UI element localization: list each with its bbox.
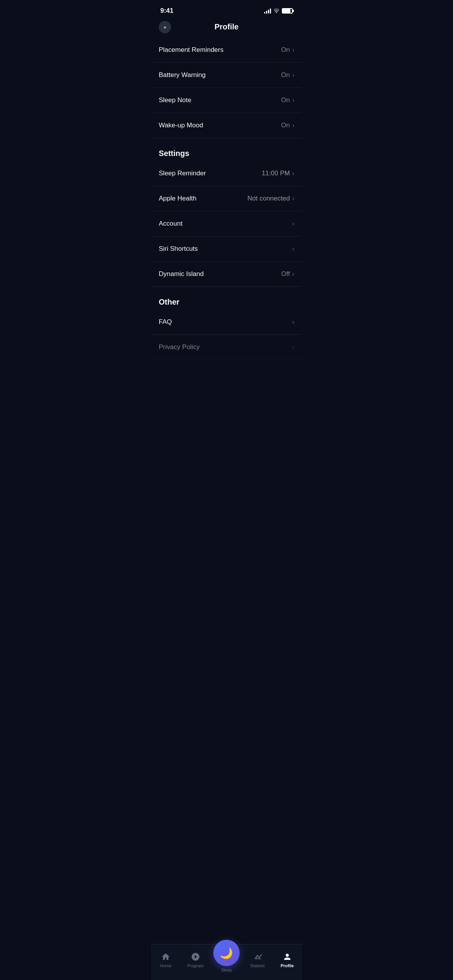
account-label: Account [159,220,182,228]
dynamic-island-label: Dynamic Island [159,270,204,278]
menu-item-siri-shortcuts[interactable]: Siri Shortcuts › [151,236,302,262]
menu-item-wakeup-mood[interactable]: Wake-up Mood On › [151,113,302,138]
placement-reminders-value: On [281,46,290,54]
placement-reminders-label: Placement Reminders [159,46,223,54]
settings-section-header: Settings [151,138,302,161]
chevron-icon: › [292,245,294,252]
apple-health-right: Not connected › [247,195,294,202]
battery-warning-value: On [281,71,290,79]
menu-item-sleep-reminder[interactable]: Sleep Reminder 11:00 PM › [151,161,302,186]
dynamic-island-right: Off › [281,270,294,278]
chevron-icon: › [292,271,294,278]
chevron-icon: › [292,170,294,177]
sleep-reminder-right: 11:00 PM › [262,170,294,177]
back-arrow-icon: ● [163,24,166,30]
menu-item-apple-health[interactable]: Apple Health Not connected › [151,186,302,211]
status-bar: 9:41 [151,0,302,19]
back-button[interactable]: ● [159,21,171,33]
apple-health-value: Not connected [247,195,290,202]
siri-shortcuts-right: › [292,245,294,252]
chevron-icon: › [292,122,294,129]
sleep-note-right: On › [281,96,294,104]
privacy-policy-label: Privacy Policy [159,343,200,351]
page-header: ● Profile [151,19,302,38]
menu-item-battery-warning[interactable]: Battery Warning On › [151,63,302,88]
chevron-icon: › [292,72,294,79]
menu-item-faq[interactable]: FAQ › [151,310,302,335]
battery-warning-label: Battery Warning [159,71,206,79]
apple-health-label: Apple Health [159,195,196,202]
sleep-note-label: Sleep Note [159,96,191,104]
signal-icon [264,8,271,14]
wifi-icon [273,8,280,14]
wakeup-mood-label: Wake-up Mood [159,122,203,129]
account-right: › [292,220,294,227]
status-icons [264,8,293,14]
menu-item-dynamic-island[interactable]: Dynamic Island Off › [151,262,302,287]
sleep-reminder-value: 11:00 PM [262,170,290,177]
settings-section-title: Settings [159,149,189,158]
wakeup-mood-value: On [281,122,290,129]
battery-warning-right: On › [281,71,294,79]
chevron-icon: › [292,195,294,202]
battery-icon [282,8,293,14]
sleep-reminder-label: Sleep Reminder [159,170,206,177]
faq-right: › [292,319,294,326]
menu-item-sleep-note[interactable]: Sleep Note On › [151,88,302,113]
other-section-header: Other [151,287,302,310]
sleep-note-value: On [281,96,290,104]
menu-item-privacy-policy[interactable]: Privacy Policy › [151,335,302,360]
siri-shortcuts-label: Siri Shortcuts [159,245,198,253]
dynamic-island-value: Off [281,270,290,278]
chevron-icon: › [292,220,294,227]
status-time: 9:41 [160,7,173,15]
chevron-icon: › [292,344,294,351]
chevron-icon: › [292,319,294,326]
wakeup-mood-right: On › [281,122,294,129]
placement-reminders-right: On › [281,46,294,54]
chevron-icon: › [292,46,294,53]
other-section-title: Other [159,298,179,306]
menu-item-account[interactable]: Account › [151,211,302,236]
faq-label: FAQ [159,318,172,326]
chevron-icon: › [292,97,294,104]
content: Placement Reminders On › Battery Warning… [151,38,302,406]
privacy-policy-right: › [292,344,294,351]
menu-item-placement-reminders[interactable]: Placement Reminders On › [151,38,302,63]
page-title: Profile [214,22,239,31]
